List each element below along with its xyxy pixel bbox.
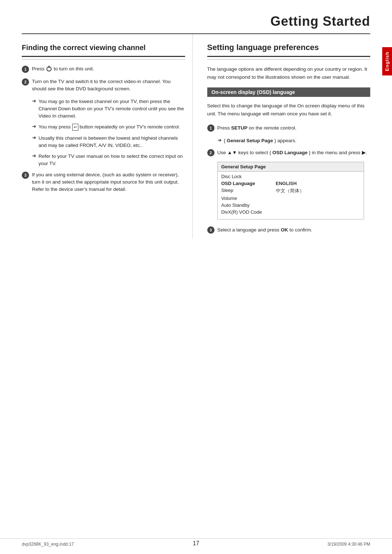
left-step-2-arrow-1: ➜ You may go to the lowest channel on yo… bbox=[32, 98, 185, 120]
right-step-1-text: Press SETUP on the remote control. bbox=[217, 124, 371, 132]
row-label-auto-standby: Auto Standby bbox=[221, 202, 269, 208]
arrow-icon-4: ➜ bbox=[32, 153, 36, 168]
right-intro-text: The language options are different depen… bbox=[207, 65, 371, 81]
right-divider-thin bbox=[207, 59, 371, 59]
setup-table-header: General Setup Page bbox=[218, 162, 364, 172]
right-arrow-icon-1: ➜ bbox=[217, 137, 222, 144]
step-number-2: 2 bbox=[22, 78, 29, 86]
step-1-text: Press to turn on this unit. bbox=[32, 65, 185, 73]
step-number-3: 3 bbox=[22, 172, 29, 179]
arrow-icon-1: ➜ bbox=[32, 98, 36, 120]
right-step-number-3: 3 bbox=[207, 226, 215, 234]
arrow-text-1: You may go to the lowest channel on your… bbox=[38, 98, 185, 120]
arrow-text-4: Refer to your TV user manual on how to s… bbox=[38, 153, 185, 168]
right-step-1: 1 Press SETUP on the remote control. bbox=[207, 124, 371, 132]
table-row: OSD Language ENGLISH bbox=[221, 180, 360, 187]
main-content: Finding the correct viewing channel 1 Pr… bbox=[0, 34, 392, 239]
row-value-sleep: 中文（简体） bbox=[276, 188, 304, 194]
page-header: Getting Started bbox=[0, 0, 392, 33]
right-step-number-2: 2 bbox=[207, 149, 215, 156]
right-divider-thick bbox=[207, 56, 371, 57]
right-step-2-text: Use ▲▼ keys to select { OSD Language } i… bbox=[217, 149, 371, 157]
arrow-text-3: Usually this channel is between the lowe… bbox=[38, 135, 185, 149]
right-section-title: Setting language preferences bbox=[207, 43, 371, 52]
table-row: Sleep 中文（简体） bbox=[221, 187, 360, 195]
left-step-2-arrow-4: ➜ Refer to your TV user manual on how to… bbox=[32, 153, 185, 168]
step-3-text: If you are using external device, (such … bbox=[32, 171, 185, 193]
left-divider-thick bbox=[22, 56, 185, 57]
table-row: Auto Standby bbox=[221, 202, 360, 209]
left-step-2: 2 Turn on the TV and switch it to the co… bbox=[22, 78, 185, 93]
osd-header: On-screen display (OSD) language bbox=[207, 87, 371, 97]
row-label-osd-language: OSD Language bbox=[221, 181, 269, 186]
row-label-volume: Volume bbox=[221, 196, 269, 201]
setup-table: General Setup Page Disc Lock OSD Languag… bbox=[217, 162, 364, 219]
right-step-3: 3 Select a language and press OK to conf… bbox=[207, 226, 371, 234]
left-step-2-arrow-3: ➜ Usually this channel is between the lo… bbox=[32, 135, 185, 149]
right-column: Setting language preferences The languag… bbox=[207, 34, 371, 239]
arrow-icon-3: ➜ bbox=[32, 135, 36, 149]
row-label-disc-lock: Disc Lock bbox=[221, 174, 269, 179]
right-step-3-text: Select a language and press OK to confir… bbox=[217, 226, 371, 234]
left-step-list: 1 Press to turn on this unit. 2 Turn on … bbox=[22, 65, 185, 193]
osd-description: Select this to change the language of th… bbox=[207, 102, 371, 118]
left-step-1: 1 Press to turn on this unit. bbox=[22, 65, 185, 73]
table-row: Disc Lock bbox=[221, 173, 360, 180]
right-step-2: 2 Use ▲▼ keys to select { OSD Language }… bbox=[207, 149, 371, 157]
row-value-osd-language: ENGLISH bbox=[276, 181, 297, 186]
step-2-text: Turn on the TV and switch it to the corr… bbox=[32, 78, 185, 93]
left-step-3: 3 If you are using external device, (suc… bbox=[22, 171, 185, 193]
english-tab: English bbox=[382, 47, 392, 75]
left-column: Finding the correct viewing channel 1 Pr… bbox=[22, 34, 193, 239]
arrow-text-2: You may press ↩ button repeatedly on you… bbox=[38, 123, 180, 131]
footer-left: dvp3268K_93_eng.indd 17 bbox=[22, 542, 74, 547]
page-wrapper: English Getting Started Finding the corr… bbox=[0, 0, 392, 554]
setup-table-container: General Setup Page Disc Lock OSD Languag… bbox=[207, 162, 371, 219]
table-row: Volume bbox=[221, 195, 360, 202]
footer-right: 3/19/2009 4:30:46 PM bbox=[327, 542, 370, 547]
right-step-list: 1 Press SETUP on the remote control. ➜ {… bbox=[207, 124, 371, 234]
table-row: DivX(R) VOD Code bbox=[221, 209, 360, 216]
left-step-2-arrow-2: ➜ You may press ↩ button repeatedly on y… bbox=[32, 123, 185, 131]
left-divider-thin bbox=[22, 59, 185, 59]
step-number-1: 1 bbox=[22, 66, 29, 73]
arrow-icon-2: ➜ bbox=[32, 123, 36, 131]
row-label-sleep: Sleep bbox=[221, 188, 269, 194]
left-section-title: Finding the correct viewing channel bbox=[22, 43, 185, 52]
right-step-1-arrow: ➜ { General Setup Page } appears. bbox=[217, 137, 371, 144]
right-step-number-1: 1 bbox=[207, 124, 215, 132]
page-title: Getting Started bbox=[270, 14, 370, 29]
row-label-divx: DivX(R) VOD Code bbox=[221, 209, 269, 215]
page-number: 17 bbox=[193, 540, 199, 547]
right-arrow-text-1: { General Setup Page } appears. bbox=[224, 137, 297, 144]
setup-table-body: Disc Lock OSD Language ENGLISH Sleep 中文（… bbox=[218, 172, 364, 219]
